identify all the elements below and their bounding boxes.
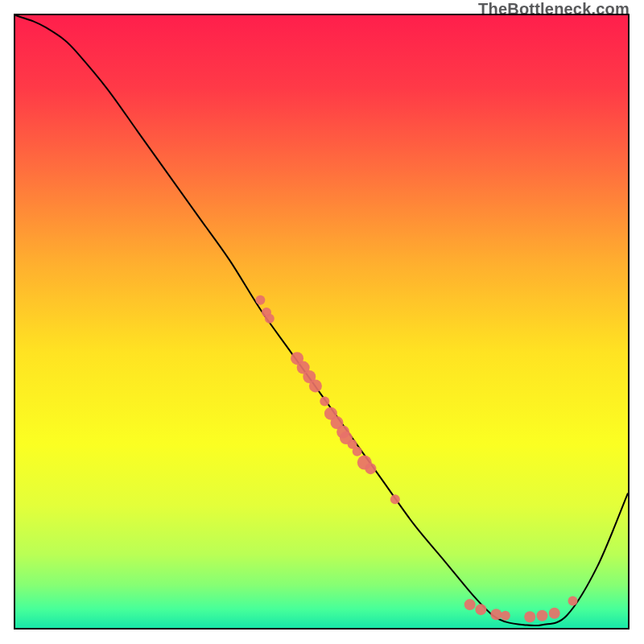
data-point [568,597,578,606]
data-point [524,611,535,622]
data-markers [255,295,577,622]
bottleneck-curve [15,15,628,625]
data-point [353,447,362,456]
data-point [464,599,476,610]
data-point [265,314,275,324]
data-point [309,379,322,392]
data-point [549,608,560,619]
data-point [490,609,502,620]
data-point [501,611,510,621]
chart-area [14,14,630,630]
data-point [536,610,547,621]
data-point [390,494,400,504]
data-point [320,396,329,406]
data-point [255,295,265,305]
data-point [365,463,376,474]
chart-overlay [15,15,628,628]
data-point [475,604,486,615]
